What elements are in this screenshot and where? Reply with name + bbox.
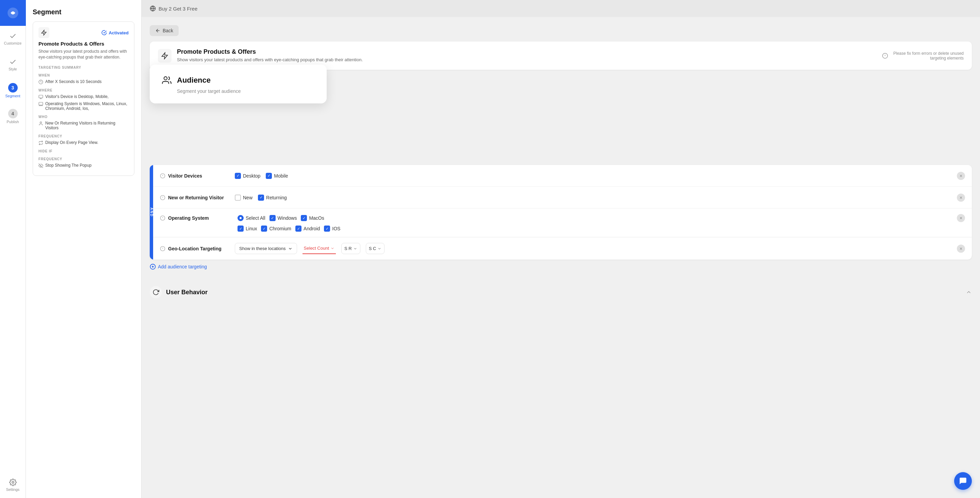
user-icon — [38, 121, 43, 126]
os-remove-button[interactable]: × — [957, 214, 965, 222]
os-info-icon[interactable] — [160, 215, 165, 221]
audience-popup-subtitle: Segment your target audience — [177, 88, 316, 94]
campaign-title: Promote Products & Offers — [177, 48, 363, 56]
windows-checkbox[interactable]: Windows — [269, 215, 297, 221]
mobile-label: Mobile — [274, 173, 288, 178]
geo-count-label: Select Count — [304, 246, 329, 251]
macos-checkbox[interactable]: MacOs — [301, 215, 324, 221]
audience-icon — [161, 74, 173, 86]
style-icon — [9, 58, 17, 66]
hide-frequency-label: FREQUENCY — [38, 157, 129, 161]
bolt-icon — [41, 30, 47, 36]
linux-checkbox[interactable]: Linux — [237, 226, 257, 232]
sidebar-panel: Segment Activated Promote Products & Off… — [26, 0, 142, 498]
segment-rows: AND Visitor Devices Desktop — [150, 165, 972, 259]
svg-point-18 — [164, 77, 167, 80]
geo-sc-select[interactable]: S C — [366, 243, 385, 254]
new-returning-label: New or Returning Visitor — [168, 195, 224, 200]
geo-info-icon[interactable] — [160, 246, 165, 251]
chevron-down-sr-icon — [353, 247, 357, 251]
sidebar-item-settings[interactable]: Settings — [0, 472, 26, 498]
sidebar-campaign-card: Activated Promote Products & Offers Show… — [33, 21, 134, 176]
clock-icon — [38, 80, 43, 84]
frequency-value: Display On Every Page View. — [38, 140, 129, 145]
select-all-radio[interactable]: Select All — [237, 215, 266, 221]
laptop-icon — [38, 102, 43, 107]
user-behavior-section: User Behavior — [150, 281, 972, 304]
android-checkbox[interactable]: Android — [295, 226, 320, 232]
warning-icon — [882, 53, 888, 59]
campaign-icon — [158, 49, 172, 63]
operating-system-row: Operating System Select All Windows — [153, 208, 972, 237]
hide-value: Stop Showing The Popup — [38, 163, 129, 168]
windows-label: Windows — [278, 215, 297, 221]
visitor-devices-remove-button[interactable]: × — [957, 172, 965, 180]
ios-checkbox-box — [324, 226, 330, 232]
returning-visitor-checkbox[interactable]: Returning — [258, 194, 287, 201]
returning-visitor-label: Returning — [266, 195, 287, 200]
linux-label: Linux — [246, 226, 257, 231]
sidebar-item-segment[interactable]: 3 Segment — [0, 78, 26, 103]
mobile-checkbox[interactable]: Mobile — [266, 173, 288, 179]
geo-label: Geo-Location Targeting — [168, 246, 221, 251]
sidebar-item-style[interactable]: Style — [0, 52, 26, 78]
sidebar-card-title: Promote Products & Offers — [38, 41, 129, 46]
customize-icon — [9, 32, 17, 40]
publish-badge: 4 — [8, 109, 18, 118]
geo-sr-label: S R — [344, 246, 352, 251]
people-icon — [162, 75, 172, 85]
geo-remove-button[interactable]: × — [957, 245, 965, 253]
nav-label-segment: Segment — [5, 94, 20, 98]
topbar: Buy 2 Get 3 Free — [142, 0, 980, 17]
user-behavior-title: User Behavior — [166, 289, 208, 296]
warning-text: Please fix form errors or delete unused … — [891, 51, 964, 60]
chat-bubble-button[interactable] — [954, 472, 972, 490]
settings-icon — [9, 479, 17, 486]
refresh-icon — [153, 289, 159, 296]
nav-label-settings: Settings — [6, 487, 20, 492]
sidebar-title: Segment — [33, 8, 134, 16]
activated-badge: Activated — [102, 30, 129, 35]
visitor-devices-row: Visitor Devices Desktop Mobile — [153, 165, 972, 187]
sidebar-item-publish[interactable]: 4 Publish — [0, 103, 26, 129]
chromium-checkbox-box — [261, 226, 267, 232]
form-error-warning: Please fix form errors or delete unused … — [882, 51, 964, 60]
visitor-devices-info-icon[interactable] — [160, 173, 165, 178]
back-button-label: Back — [163, 28, 173, 33]
check-circle-icon — [102, 30, 107, 35]
activated-label: Activated — [108, 30, 129, 35]
segment-badge: 3 — [8, 83, 18, 92]
linux-checkbox-box — [237, 226, 243, 232]
geo-show-select[interactable]: Show in these locations — [235, 243, 297, 254]
ios-label: IOS — [332, 226, 340, 231]
new-visitor-checkbox[interactable]: New — [235, 194, 253, 201]
new-returning-info-icon[interactable] — [160, 195, 165, 200]
window-title: Buy 2 Get 3 Free — [159, 6, 197, 11]
windows-checkbox-box — [269, 215, 275, 221]
sidebar-card-description: Show visitors your latest products and o… — [38, 49, 129, 60]
geo-sr-select[interactable]: S R — [341, 243, 360, 254]
svg-rect-7 — [39, 102, 43, 105]
svg-marker-2 — [41, 30, 46, 35]
chromium-checkbox[interactable]: Chromium — [261, 226, 291, 232]
svg-marker-14 — [162, 53, 168, 59]
new-returning-remove-button[interactable]: × — [957, 194, 965, 202]
user-behavior-icon — [150, 286, 162, 298]
app-logo[interactable] — [0, 0, 26, 26]
add-audience-targeting-label: Add audience targeting — [158, 264, 207, 269]
mobile-checkbox-box — [266, 173, 272, 179]
add-audience-targeting-button[interactable]: Add audience targeting — [150, 259, 207, 274]
hide-if-label: Hide if — [38, 150, 129, 153]
ios-checkbox[interactable]: IOS — [324, 226, 340, 232]
chat-icon — [959, 477, 967, 485]
geo-count-select[interactable]: Select Count — [302, 243, 336, 254]
desktop-checkbox[interactable]: Desktop — [235, 173, 260, 179]
back-button[interactable]: Back — [150, 25, 179, 36]
select-all-label: Select All — [246, 215, 266, 221]
new-visitor-label: New — [243, 195, 253, 200]
nav-label-publish: Publish — [6, 120, 19, 124]
chevron-down-geo-icon — [288, 246, 293, 251]
logo-icon — [7, 7, 19, 19]
sidebar-item-customize[interactable]: Customize — [0, 26, 26, 52]
macos-checkbox-box — [301, 215, 307, 221]
